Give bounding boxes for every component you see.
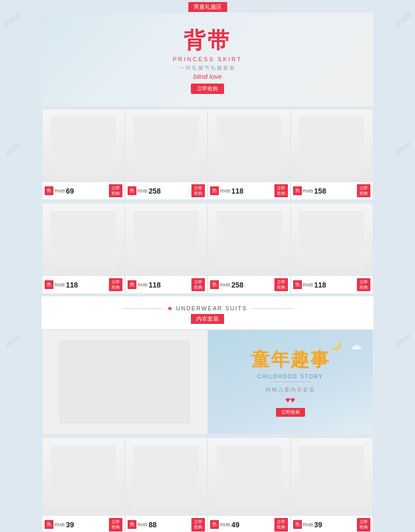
product-image-2-1 bbox=[43, 203, 125, 276]
product-footer-2-3: 热 RMB 258 立即抢购 bbox=[208, 276, 290, 293]
price-label: RMB bbox=[303, 188, 313, 194]
watermark-2: 新图网 bbox=[393, 11, 413, 29]
price-label: RMB bbox=[303, 282, 313, 288]
top-banner-label: 男童礼服区 bbox=[188, 2, 227, 12]
moon-decoration: 🌙 bbox=[331, 340, 341, 350]
buy-button[interactable]: 立即抢购 bbox=[191, 184, 205, 197]
price-label: RMB bbox=[220, 188, 230, 194]
product-item-3-4: 热 RMB 39 立即抢购 bbox=[291, 438, 373, 532]
buy-button[interactable]: 立即抢购 bbox=[274, 518, 288, 531]
story-left-image bbox=[43, 330, 207, 434]
price-value: 118 bbox=[149, 281, 191, 289]
hot-badge: 热 bbox=[128, 280, 136, 289]
story-right-content: 🌙 ☁ 童年趣事 CHILDHOOD STORY 纯棉儿童内衣套装 ♥♥ 立即抢… bbox=[208, 330, 372, 434]
price-label: RMB bbox=[54, 522, 65, 527]
buy-button[interactable]: 立即抢购 bbox=[357, 518, 370, 531]
product-item-2-3: 热 RMB 258 立即抢购 bbox=[208, 203, 290, 293]
product-image-2-3 bbox=[208, 203, 290, 276]
product-footer-2-4: 热 RMB 118 立即抢购 bbox=[291, 276, 373, 293]
hero-buy-button[interactable]: 立即抢购 bbox=[191, 84, 224, 94]
hot-badge: 热 bbox=[210, 186, 219, 195]
product-image-2-2 bbox=[126, 203, 208, 276]
story-subtitle: 纯棉儿童内衣套装 bbox=[266, 386, 315, 393]
price-value: 118 bbox=[66, 281, 108, 289]
hot-badge: 热 bbox=[45, 280, 53, 289]
story-heart-icon: ♥♥ bbox=[285, 395, 295, 405]
product-grid-3: 热 RMB 39 立即抢购 热 RMB 88 立即抢购 bbox=[42, 437, 374, 532]
hero-title-en: PRINCESS SKIRT bbox=[173, 56, 242, 62]
hot-badge: 热 bbox=[293, 280, 302, 289]
product-grid-2: 热 RMB 118 立即抢购 热 RMB 118 立即抢购 bbox=[42, 202, 374, 294]
hero-section: 背带 PRINCESS SKIRT 一对礼服节礼服套装 blind love 立… bbox=[42, 13, 374, 106]
buy-button[interactable]: 立即抢购 bbox=[191, 518, 205, 531]
buy-button[interactable]: 立即抢购 bbox=[274, 278, 288, 291]
product-footer-3-4: 热 RMB 39 立即抢购 bbox=[291, 516, 373, 532]
price-label: RMB bbox=[54, 188, 65, 194]
price-value: 258 bbox=[149, 187, 191, 195]
product-image-3-1 bbox=[43, 438, 125, 516]
story-title-en: CHILDHOOD STORY bbox=[257, 374, 323, 379]
product-footer-1-2: 热 RMB 258 立即抢购 bbox=[126, 182, 208, 199]
product-grid-1: 热 RMB 69 立即抢购 热 RMB 258 立即抢购 bbox=[42, 108, 374, 200]
product-image-1-4 bbox=[291, 110, 373, 182]
buy-button[interactable]: 立即抢购 bbox=[109, 518, 122, 531]
buy-button[interactable]: 立即抢购 bbox=[357, 184, 370, 197]
divider-line-left bbox=[122, 308, 163, 309]
hot-badge: 热 bbox=[45, 186, 53, 195]
watermark-left-mid: 新图网 bbox=[4, 141, 22, 157]
product-footer-2-2: 热 RMB 118 立即抢购 bbox=[126, 276, 208, 293]
product-section-2: 热 RMB 118 立即抢购 热 RMB 118 立即抢购 bbox=[42, 202, 374, 294]
section-divider-1: ♣ UNDERWEAR SUITS bbox=[42, 299, 374, 314]
story-section: 🌙 ☁ 童年趣事 CHILDHOOD STORY 纯棉儿童内衣套装 ♥♥ 立即抢… bbox=[42, 329, 374, 435]
hero-cursive: blind love bbox=[193, 73, 222, 80]
product-image-1-3 bbox=[208, 110, 290, 182]
divider-line-right bbox=[252, 308, 293, 309]
product-image-2-4 bbox=[291, 203, 373, 276]
story-grid: 🌙 ☁ 童年趣事 CHILDHOOD STORY 纯棉儿童内衣套装 ♥♥ 立即抢… bbox=[42, 329, 374, 435]
buy-button[interactable]: 立即抢购 bbox=[109, 184, 122, 197]
product-item-1-1: 热 RMB 69 立即抢购 bbox=[43, 110, 125, 199]
product-item-3-3: 热 RMB 49 立即抢购 bbox=[208, 438, 290, 532]
price-label: RMB bbox=[220, 522, 230, 527]
price-value: 69 bbox=[66, 187, 108, 195]
hero-title-cn: 背带 bbox=[184, 26, 231, 55]
cloud-decoration: ☁ bbox=[350, 338, 362, 352]
story-buy-button[interactable]: 立即抢购 bbox=[276, 408, 305, 417]
divider-text-en: UNDERWEAR SUITS bbox=[176, 305, 247, 311]
product-item-1-4: 热 RMB 158 立即抢购 bbox=[291, 110, 373, 199]
hot-badge: 热 bbox=[128, 186, 136, 195]
buy-button[interactable]: 立即抢购 bbox=[357, 278, 370, 291]
product-image-1-2 bbox=[126, 110, 208, 182]
price-label: RMB bbox=[54, 282, 65, 288]
watermark-right-mid: 新图网 bbox=[393, 141, 412, 157]
price-value: 88 bbox=[149, 521, 191, 529]
product-image-3-4 bbox=[291, 438, 373, 516]
product-image-3-3 bbox=[208, 438, 290, 516]
price-label: RMB bbox=[137, 188, 148, 194]
watermark-right-bot: 新图网 bbox=[393, 333, 412, 349]
product-footer-3-2: 热 RMB 88 立即抢购 bbox=[126, 516, 208, 532]
product-footer-3-1: 热 RMB 39 立即抢购 bbox=[43, 516, 125, 532]
product-item-2-4: 热 RMB 118 立即抢购 bbox=[291, 203, 373, 293]
product-footer-2-1: 热 RMB 118 立即抢购 bbox=[43, 276, 125, 293]
top-banner: 男童礼服区 bbox=[0, 0, 415, 13]
hot-badge: 热 bbox=[293, 520, 302, 529]
product-section-3: 热 RMB 39 立即抢购 热 RMB 88 立即抢购 bbox=[42, 437, 374, 532]
buy-button[interactable]: 立即抢购 bbox=[274, 184, 288, 197]
buy-button[interactable]: 立即抢购 bbox=[109, 278, 122, 291]
price-value: 258 bbox=[231, 281, 273, 289]
product-footer-3-3: 热 RMB 49 立即抢购 bbox=[208, 516, 290, 532]
product-item-3-1: 热 RMB 39 立即抢购 bbox=[43, 438, 125, 532]
price-value: 118 bbox=[314, 281, 356, 289]
price-value: 49 bbox=[231, 521, 273, 529]
product-footer-1-3: 热 RMB 118 立即抢购 bbox=[208, 182, 290, 199]
product-section-1: 热 RMB 69 立即抢购 热 RMB 258 立即抢购 bbox=[42, 108, 374, 200]
product-footer-1-4: 热 RMB 158 立即抢购 bbox=[291, 182, 373, 199]
product-image-1-1 bbox=[43, 110, 125, 182]
product-image-3-2 bbox=[126, 438, 208, 516]
underwear-divider-section: ♣ UNDERWEAR SUITS 内衣套装 bbox=[42, 296, 374, 329]
price-label: RMB bbox=[137, 522, 148, 527]
watermark-1: 新图网 bbox=[2, 11, 22, 29]
buy-button[interactable]: 立即抢购 bbox=[191, 278, 205, 291]
story-title-cn: 童年趣事 bbox=[251, 347, 330, 373]
